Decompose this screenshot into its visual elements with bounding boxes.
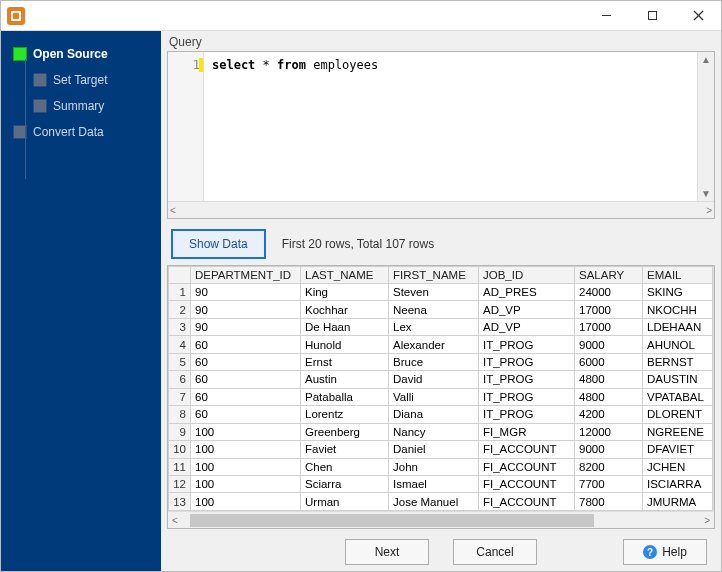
cell[interactable]: Sciarra	[301, 475, 389, 492]
cell[interactable]: 90	[191, 301, 301, 318]
cell[interactable]: Kochhar	[301, 301, 389, 318]
cell[interactable]: NGREENE	[643, 423, 713, 440]
column-header[interactable]: SALARY	[575, 267, 643, 284]
table-row[interactable]: 10100FavietDanielFI_ACCOUNT9000DFAVIET	[169, 441, 713, 458]
cell[interactable]: 17000	[575, 318, 643, 335]
cell[interactable]: 60	[191, 353, 301, 370]
cell[interactable]: King	[301, 284, 389, 301]
cell[interactable]: AHUNOL	[643, 336, 713, 353]
sql-code-area[interactable]: select * from employees	[204, 52, 697, 201]
cell[interactable]: BERNST	[643, 353, 713, 370]
cell[interactable]: 100	[191, 493, 301, 511]
cell[interactable]: John	[389, 458, 479, 475]
cell[interactable]: 60	[191, 371, 301, 388]
cell[interactable]: 24000	[575, 284, 643, 301]
table-row[interactable]: 860LorentzDianaIT_PROG4200DLORENT	[169, 406, 713, 423]
cell[interactable]: LDEHAAN	[643, 318, 713, 335]
cell[interactable]: Jose Manuel	[389, 493, 479, 511]
grid-vertical-scrollbar[interactable]	[713, 266, 714, 511]
minimize-button[interactable]	[583, 1, 629, 31]
cell[interactable]: IT_PROG	[479, 336, 575, 353]
table-row[interactable]: 11100ChenJohnFI_ACCOUNT8200JCHEN	[169, 458, 713, 475]
scroll-right-icon[interactable]: >	[700, 515, 714, 526]
scroll-down-icon[interactable]: ▼	[701, 188, 711, 199]
column-header[interactable]: LAST_NAME	[301, 267, 389, 284]
cell[interactable]: IT_PROG	[479, 353, 575, 370]
table-row[interactable]: 290KochharNeenaAD_VP17000NKOCHH	[169, 301, 713, 318]
scroll-up-icon[interactable]: ▲	[701, 54, 711, 65]
table-row[interactable]: 9100GreenbergNancyFI_MGR12000NGREENE	[169, 423, 713, 440]
cell[interactable]: Lorentz	[301, 406, 389, 423]
cell[interactable]: Urman	[301, 493, 389, 511]
next-button[interactable]: Next	[345, 539, 429, 565]
column-header[interactable]: JOB_ID	[479, 267, 575, 284]
table-row[interactable]: 660AustinDavidIT_PROG4800DAUSTIN	[169, 371, 713, 388]
cell[interactable]: 100	[191, 458, 301, 475]
cell[interactable]: FI_ACCOUNT	[479, 458, 575, 475]
cell[interactable]: 90	[191, 284, 301, 301]
cell[interactable]: Daniel	[389, 441, 479, 458]
cell[interactable]: ISCIARRA	[643, 475, 713, 492]
cell[interactable]: 60	[191, 336, 301, 353]
editor-horizontal-scrollbar[interactable]: < >	[168, 201, 714, 218]
cell[interactable]: DFAVIET	[643, 441, 713, 458]
cell[interactable]: 100	[191, 475, 301, 492]
cancel-button[interactable]: Cancel	[453, 539, 537, 565]
cell[interactable]: 90	[191, 318, 301, 335]
cell[interactable]: 6000	[575, 353, 643, 370]
cell[interactable]: IT_PROG	[479, 388, 575, 405]
cell[interactable]: Diana	[389, 406, 479, 423]
cell[interactable]: Steven	[389, 284, 479, 301]
cell[interactable]: 7700	[575, 475, 643, 492]
cell[interactable]: Austin	[301, 371, 389, 388]
cell[interactable]: FI_MGR	[479, 423, 575, 440]
table-row[interactable]: 760PataballaValliIT_PROG4800VPATABAL	[169, 388, 713, 405]
cell[interactable]: Neena	[389, 301, 479, 318]
query-editor[interactable]: 1 select * from employees ▲ ▼ < >	[167, 51, 715, 219]
cell[interactable]: De Haan	[301, 318, 389, 335]
table-row[interactable]: 460HunoldAlexanderIT_PROG9000AHUNOL	[169, 336, 713, 353]
cell[interactable]: 4800	[575, 371, 643, 388]
cell[interactable]: FI_ACCOUNT	[479, 493, 575, 511]
scroll-left-icon[interactable]: <	[170, 205, 176, 216]
titlebar[interactable]	[1, 1, 721, 31]
cell[interactable]: AD_VP	[479, 301, 575, 318]
cell[interactable]: 9000	[575, 336, 643, 353]
cell[interactable]: JMURMA	[643, 493, 713, 511]
cell[interactable]: Greenberg	[301, 423, 389, 440]
cell[interactable]: 9000	[575, 441, 643, 458]
table-row[interactable]: 13100UrmanJose ManuelFI_ACCOUNT7800JMURM…	[169, 493, 713, 511]
cell[interactable]: FI_ACCOUNT	[479, 441, 575, 458]
cell[interactable]: 60	[191, 406, 301, 423]
cell[interactable]: 60	[191, 388, 301, 405]
cell[interactable]: 4800	[575, 388, 643, 405]
table-row[interactable]: 190KingStevenAD_PRES24000SKING	[169, 284, 713, 301]
cell[interactable]: Alexander	[389, 336, 479, 353]
cell[interactable]: NKOCHH	[643, 301, 713, 318]
column-header[interactable]: EMAIL	[643, 267, 713, 284]
cell[interactable]: AD_PRES	[479, 284, 575, 301]
cell[interactable]: 12000	[575, 423, 643, 440]
cell[interactable]: VPATABAL	[643, 388, 713, 405]
cell[interactable]: 4200	[575, 406, 643, 423]
cell[interactable]: David	[389, 371, 479, 388]
cell[interactable]: Ernst	[301, 353, 389, 370]
cell[interactable]: Chen	[301, 458, 389, 475]
cell[interactable]: IT_PROG	[479, 406, 575, 423]
cell[interactable]: Lex	[389, 318, 479, 335]
cell[interactable]: Valli	[389, 388, 479, 405]
cell[interactable]: Hunold	[301, 336, 389, 353]
table-row[interactable]: 560ErnstBruceIT_PROG6000BERNST	[169, 353, 713, 370]
cell[interactable]: Faviet	[301, 441, 389, 458]
cell[interactable]: FI_ACCOUNT	[479, 475, 575, 492]
editor-vertical-scrollbar[interactable]: ▲ ▼	[697, 52, 714, 201]
results-grid[interactable]: DEPARTMENT_IDLAST_NAMEFIRST_NAMEJOB_IDSA…	[167, 265, 715, 529]
column-header[interactable]: FIRST_NAME	[389, 267, 479, 284]
maximize-button[interactable]	[629, 1, 675, 31]
close-button[interactable]	[675, 1, 721, 31]
cell[interactable]: SKING	[643, 284, 713, 301]
cell[interactable]: 100	[191, 423, 301, 440]
cell[interactable]: AD_VP	[479, 318, 575, 335]
cell[interactable]: 7800	[575, 493, 643, 511]
cell[interactable]: Pataballa	[301, 388, 389, 405]
